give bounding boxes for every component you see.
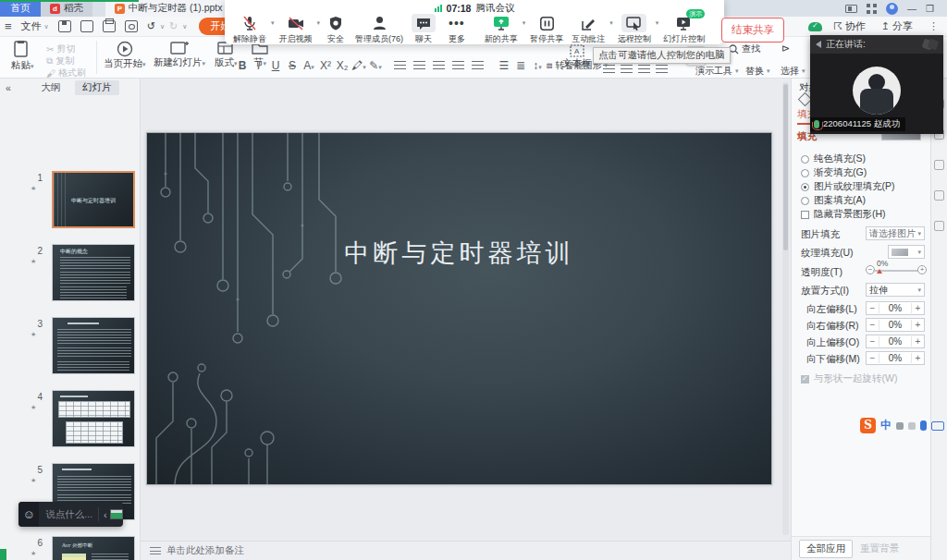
justify-button[interactable] [452, 61, 464, 70]
picture-fill-dropdown[interactable]: 请选择图片▾ [866, 226, 925, 240]
copy-button[interactable]: ⧉复制 [46, 55, 74, 67]
slide-thumbnail-1[interactable]: 1 ★ 中断与定时器培训 [0, 171, 141, 236]
tab-home[interactable]: 首页 [0, 0, 41, 17]
ime-keyboard-icon[interactable] [931, 421, 944, 431]
export-button[interactable] [76, 20, 98, 32]
start-video-button[interactable]: 开启视频 [276, 14, 316, 45]
chat-button[interactable]: 聊天 [408, 14, 439, 45]
collapse-chevron-icon[interactable]: ‹ [104, 509, 107, 520]
underline-button[interactable]: U [268, 59, 283, 72]
pause-share-button[interactable]: 暂停共享 [526, 14, 567, 45]
share-dropdown[interactable]: ▾ [523, 19, 526, 27]
ime-mic-icon[interactable] [920, 420, 927, 431]
unmute-button[interactable]: 解除静音 [229, 14, 270, 45]
texture-fill-dropdown[interactable]: ▾ [888, 245, 925, 259]
scrollbar-thumb[interactable] [783, 84, 788, 250]
picture-icon[interactable] [638, 65, 650, 74]
superscript-button[interactable]: X² [318, 59, 333, 72]
canvas-scrollbar[interactable] [782, 82, 789, 535]
end-share-button[interactable]: 结束共享 [721, 18, 784, 43]
share-button[interactable]: ↥分享 [877, 19, 917, 33]
meeting-chat-bar[interactable]: ☺ 说点什么... ‹ [18, 502, 123, 527]
annotation-dropdown[interactable]: ▾ [609, 19, 613, 27]
option-picture-texture-fill[interactable]: 图片或纹理填充(P) [801, 180, 895, 193]
pane-icon[interactable] [934, 160, 944, 170]
transparency-plus[interactable]: + [917, 265, 927, 274]
apps-grid-icon[interactable] [867, 4, 877, 14]
tab-document[interactable]: P 中断与定时器 (1).pptx [105, 0, 232, 17]
tab-slides[interactable]: 幻灯片 [75, 80, 119, 95]
restore-button[interactable]: ❐ [926, 4, 934, 14]
file-menu[interactable]: 文件∨ [17, 19, 54, 33]
italic-button[interactable]: I [252, 59, 266, 72]
font-color-button[interactable]: A▾ [301, 59, 316, 72]
remote-dropdown[interactable]: ▾ [656, 19, 659, 27]
select-arrow-icon[interactable]: ⊳ [781, 43, 790, 55]
account-avatar[interactable] [886, 3, 898, 15]
more-button[interactable]: ••• 更多 [440, 14, 474, 45]
undo-button[interactable]: ↺ [142, 20, 160, 32]
apply-all-button[interactable]: 全部应用 [799, 540, 853, 558]
manage-members-button[interactable]: 管理成员(76) [351, 14, 407, 45]
slider-marker[interactable] [877, 269, 882, 274]
option-pattern-fill[interactable]: 图案填充(A) [801, 194, 866, 207]
security-button[interactable]: 安全 [321, 14, 351, 45]
slide-thumbnail-2[interactable]: 2 ★ 中断的概念 [0, 244, 141, 309]
annotation-button[interactable]: 互动批注 [568, 14, 609, 45]
distribute-button[interactable] [472, 61, 484, 70]
video-dropdown[interactable]: ▾ [317, 19, 321, 27]
subscript-button[interactable]: X₂ [335, 59, 350, 72]
more-menu-icon[interactable]: ⋮ [924, 20, 943, 32]
replace-button[interactable]: 替换▾ [745, 65, 770, 78]
offset-top-stepper[interactable]: −0%+ [866, 335, 925, 348]
window-layout-icon[interactable] [845, 5, 857, 13]
placement-dropdown[interactable]: 拉伸▾ [866, 283, 925, 297]
align-right-button[interactable] [433, 61, 445, 70]
new-slide-button[interactable]: 新建幻灯片▾ [154, 41, 205, 69]
bullets-button[interactable]: ☰ [497, 59, 511, 72]
arrange-icon[interactable] [621, 65, 633, 74]
offset-right-stepper[interactable]: −0%+ [866, 318, 925, 332]
pane-icon[interactable] [934, 190, 944, 201]
strikethrough-button[interactable]: S [285, 59, 300, 72]
reset-background-button[interactable]: 重置背景 [860, 542, 899, 555]
slide-thumbnail-4[interactable]: 4 ★ [0, 390, 141, 455]
print-preview-button[interactable] [120, 20, 142, 32]
offset-left-stepper[interactable]: −0%+ [866, 301, 925, 315]
print-button[interactable] [98, 20, 120, 32]
cut-button[interactable]: ✂剪切 [46, 43, 75, 55]
fill-icon[interactable] [656, 65, 668, 74]
offset-bottom-stepper[interactable]: −0%+ [866, 351, 925, 365]
slide-control-button[interactable]: 演示 幻灯片控制 [659, 14, 708, 45]
redo-button[interactable]: ↻ [165, 20, 182, 32]
slide-title[interactable]: 中断与定时器培训 [147, 237, 771, 270]
align-left-button[interactable] [394, 61, 406, 70]
textbox-button[interactable]: A 文本框 [562, 44, 592, 70]
tab-docer[interactable]: d 稻壳 [41, 0, 92, 17]
ime-tool-icon[interactable] [908, 422, 916, 430]
numbering-button[interactable]: ≣ [513, 59, 528, 72]
option-gradient-fill[interactable]: 渐变填充(G) [801, 166, 867, 179]
option-hide-background[interactable]: 隐藏背景图形(H) [801, 208, 886, 221]
collaborate-button[interactable]: ☈协作 [829, 19, 870, 33]
paste-button[interactable]: 粘贴▾ [11, 41, 34, 72]
save-button[interactable] [54, 20, 76, 32]
find-button[interactable]: 查找 [729, 43, 760, 55]
select-button[interactable]: 选择▾ [781, 65, 806, 78]
align-center-button[interactable] [413, 61, 425, 70]
line-spacing-button[interactable]: ↕▾ [530, 59, 545, 72]
pane-icon[interactable] [934, 221, 944, 231]
cloud-sync-icon[interactable] [808, 22, 822, 31]
bold-button[interactable]: B [235, 59, 250, 72]
slide-thumbnail-3[interactable]: 3 ★ [0, 317, 141, 382]
meeting-video-overlay[interactable]: 正在讲话: 2206041125 赵成功 [810, 35, 943, 134]
notes-bar[interactable]: 单击此处添加备注 [141, 541, 791, 560]
transparency-slider[interactable]: 0% − + [866, 263, 927, 276]
tab-outline[interactable]: 大纲 [33, 80, 68, 95]
shared-screen-preview[interactable] [110, 509, 123, 519]
sogou-logo[interactable]: S [860, 418, 876, 433]
ime-lang-indicator[interactable]: 中 [880, 418, 892, 433]
text-effects-button[interactable]: ✎▾ [368, 59, 383, 72]
format-painter-button[interactable]: 🖌︎格式刷 [46, 67, 86, 79]
play-from-current-button[interactable]: 当页开始▾ [104, 41, 146, 70]
